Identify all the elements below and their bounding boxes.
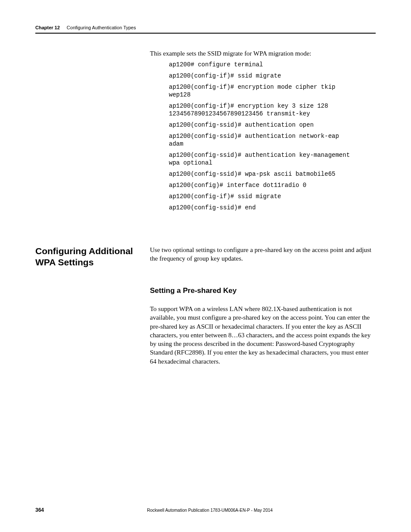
page-footer: 364 Rockwell Automation Publication 1783… xyxy=(35,507,376,513)
subsection: Setting a Pre-shared Key To support WPA … xyxy=(150,286,376,366)
code-line-8: ap1200(config-ssid)# wpa-psk ascii batmo… xyxy=(169,171,335,178)
code-line-6: ap1200(config-ssid)# authentication netw… xyxy=(169,133,339,148)
intro-text: This example sets the SSID migrate for W… xyxy=(150,50,311,57)
page-number: 364 xyxy=(35,507,44,513)
subsection-body: To support WPA on a wireless LAN where 8… xyxy=(150,305,376,366)
code-line-4: ap1200(config-if)# encryption key 3 size… xyxy=(169,103,328,118)
subsection-heading: Setting a Pre-shared Key xyxy=(150,286,376,295)
section-heading: Configuring Additional WPA Settings xyxy=(35,246,136,268)
code-line-7: ap1200(config-ssid)# authentication key-… xyxy=(169,152,350,167)
code-line-5: ap1200(config-ssid)# authentication open xyxy=(169,121,314,129)
code-line-3: ap1200(config-if)# encryption mode ciphe… xyxy=(169,84,335,99)
section-body: Use two optional settings to configure a… xyxy=(150,246,376,268)
code-line-9: ap1200(config)# interface dot11radio 0 xyxy=(169,182,306,190)
code-line-2: ap1200(config-if)# ssid migrate xyxy=(169,72,281,80)
chapter-label: Chapter 12 xyxy=(35,25,60,30)
page-header: Chapter 12 Configuring Authentication Ty… xyxy=(35,25,376,34)
code-line-11: ap1200(config-ssid)# end xyxy=(169,204,256,212)
code-line-10: ap1200(config-if)# ssid migrate xyxy=(169,193,281,201)
chapter-title: Configuring Authentication Types xyxy=(67,25,136,30)
code-line-1: ap1200# configure terminal xyxy=(169,61,263,69)
publication-info: Rockwell Automation Publication 1783-UM0… xyxy=(44,508,376,513)
section-row: Configuring Additional WPA Settings Use … xyxy=(35,246,376,268)
